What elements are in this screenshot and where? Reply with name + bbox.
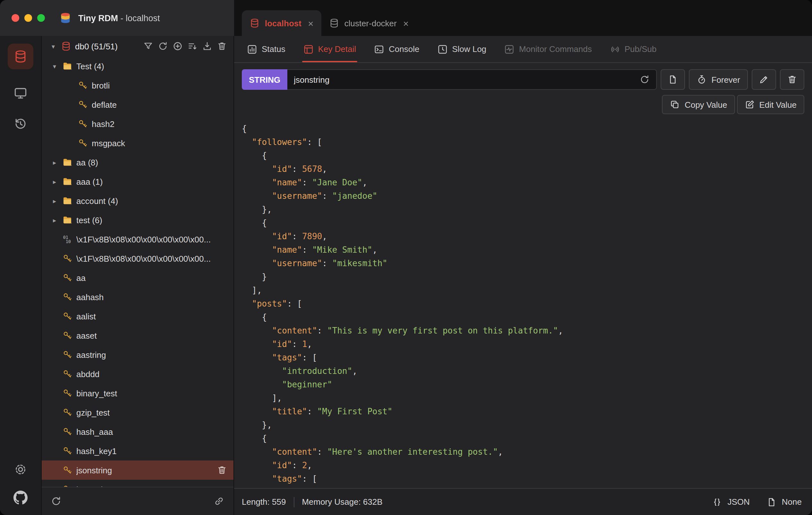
tree-item-jsonstring2[interactable]: jsonstring2 (42, 480, 233, 487)
detail-tab-monitor-commands[interactable]: Monitor Commands (497, 36, 600, 62)
length-label: Length: 559 (242, 497, 286, 507)
detail-tab-key-detail[interactable]: Key Detail (296, 36, 364, 62)
json-token: : (317, 326, 327, 336)
connection-tab-cluster-docker[interactable]: cluster-docker× (321, 10, 416, 36)
collapse-icon[interactable]: ▾ (51, 62, 58, 69)
delete-key-button[interactable] (780, 69, 804, 90)
rail-bottom (13, 448, 28, 505)
json-token (242, 366, 282, 376)
json-token: { (242, 218, 267, 228)
tree-item-hash-aaa[interactable]: hash_aaa (42, 422, 233, 441)
copy-value-button[interactable]: Copy Value (662, 95, 735, 114)
json-token: "username" (272, 191, 322, 201)
tree-item-aaa-1[interactable]: ▸aaa (1) (42, 172, 233, 191)
tree-item-label: gzip_test (76, 407, 227, 417)
json-token (242, 353, 272, 362)
key-toolbar: STRING jsonstring Forever (242, 69, 804, 90)
flush-db-icon[interactable] (217, 41, 227, 51)
expand-icon[interactable]: ▸ (51, 178, 58, 185)
status-divider (293, 497, 294, 507)
tree-item-label: aaa (1) (76, 177, 227, 186)
folder-icon (62, 157, 72, 167)
value-viewer[interactable]: { "followers": [ { "id": 5678, "name": "… (234, 119, 812, 488)
detail-tab-console[interactable]: Console (366, 36, 427, 62)
copy-key-name-button[interactable] (661, 69, 685, 90)
decode-select[interactable]: None (766, 497, 802, 507)
minimize-window-button[interactable] (24, 14, 32, 22)
json-line: "introduction", (242, 364, 807, 378)
tree-item-msgpack[interactable]: msgpack (42, 134, 233, 153)
trash-icon (787, 75, 797, 85)
server-monitor-icon[interactable] (13, 86, 28, 100)
rename-key-button[interactable] (752, 69, 776, 90)
ttl-button[interactable]: Forever (689, 69, 748, 90)
tree-item-deflate[interactable]: deflate (42, 95, 233, 114)
delete-key-icon[interactable] (217, 465, 227, 475)
json-token (242, 299, 252, 309)
collapse-db-icon[interactable]: ▾ (49, 42, 57, 50)
settings-icon[interactable] (13, 462, 28, 477)
tree-item-jsonstring[interactable]: jsonstring (42, 460, 233, 480)
edit-value-button[interactable]: Edit Value (737, 95, 804, 114)
rail-databases-button[interactable] (8, 44, 33, 69)
connection-tab-localhost[interactable]: localhost× (242, 10, 321, 36)
tree-item-label: msgpack (92, 138, 227, 148)
filter-icon[interactable] (143, 41, 153, 51)
detail-tab-slow-log[interactable]: Slow Log (430, 36, 494, 62)
pulse-icon (504, 44, 515, 54)
window-title-app: Tiny RDM (78, 13, 118, 23)
tree-item-aastring[interactable]: aastring (42, 345, 233, 364)
tree-item-test-4[interactable]: ▾Test (4) (42, 56, 233, 76)
import-icon[interactable] (202, 41, 212, 51)
json-line: "posts": [ (242, 297, 807, 310)
reload-tree-icon[interactable] (51, 496, 62, 507)
tree-item-aa[interactable]: aa (42, 268, 233, 287)
tree-item-aalist[interactable]: aalist (42, 307, 233, 326)
json-line: "followers": [ (242, 135, 807, 149)
batch-operate-icon[interactable] (187, 41, 198, 51)
key-icon (62, 273, 72, 283)
history-icon[interactable] (13, 117, 28, 131)
zoom-window-button[interactable] (37, 14, 45, 22)
tree-item-x1f-x8b-x08-x00-x00-x00-[interactable]: \x1F\x8B\x08\x00\x00\x00\x00\x00... (42, 249, 233, 268)
tree-item-test-6[interactable]: ▸test (6) (42, 210, 233, 230)
tree-item-gzip-test[interactable]: gzip_test (42, 403, 233, 422)
tree-item-x1f-x8b-x08-x00-x00-x00-[interactable]: 0110\x1F\x8B\x08\x00\x00\x00\x00\x00... (42, 230, 233, 249)
close-tab-icon[interactable]: × (403, 18, 409, 28)
tree-item-brotli[interactable]: brotli (42, 76, 233, 95)
expand-icon[interactable]: ▸ (51, 217, 58, 224)
tree-item-label: hash2 (92, 119, 227, 128)
expand-icon[interactable]: ▸ (51, 159, 58, 166)
tree-item-aa-8[interactable]: ▸aa (8) (42, 153, 233, 172)
database-icon (250, 18, 260, 28)
refresh-db-icon[interactable] (158, 41, 168, 51)
tree-item-hash2[interactable]: hash2 (42, 114, 233, 134)
stopwatch-icon (697, 75, 707, 85)
tree-item-aahash[interactable]: aahash (42, 287, 233, 307)
tree-item-account-4[interactable]: ▸account (4) (42, 191, 233, 210)
view-format-select[interactable]: JSON (712, 497, 750, 507)
json-token: 5678 (302, 164, 322, 174)
tree-item-hash-key1[interactable]: hash_key1 (42, 441, 233, 460)
add-key-icon[interactable] (173, 41, 183, 51)
detail-tab-pub-sub[interactable]: Pub/Sub (602, 36, 664, 62)
json-token: "Jane Doe" (312, 178, 362, 187)
tree-item-abddd[interactable]: abddd (42, 364, 233, 383)
github-icon[interactable] (13, 491, 28, 505)
tree-item-binary-test[interactable]: binary_test (42, 383, 233, 403)
tree-item-aaset[interactable]: aaset (42, 326, 233, 345)
detail-tab-status[interactable]: Status (239, 36, 293, 62)
close-tab-icon[interactable]: × (308, 18, 314, 28)
json-line: "username": "janedoe" (242, 189, 807, 203)
reload-key-icon[interactable] (639, 75, 650, 85)
expand-icon[interactable]: ▸ (51, 197, 58, 204)
memory-label: Memory Usage: 632B (302, 497, 382, 507)
key-name-field[interactable]: jsonstring (287, 69, 657, 90)
database-header[interactable]: ▾ db0 (51/51) (42, 36, 233, 56)
close-window-button[interactable] (11, 14, 19, 22)
link-icon[interactable] (213, 496, 225, 507)
json-token (242, 380, 282, 389)
json-token: : (302, 178, 312, 187)
view-format-value: JSON (728, 497, 750, 507)
broadcast-icon (610, 44, 620, 54)
